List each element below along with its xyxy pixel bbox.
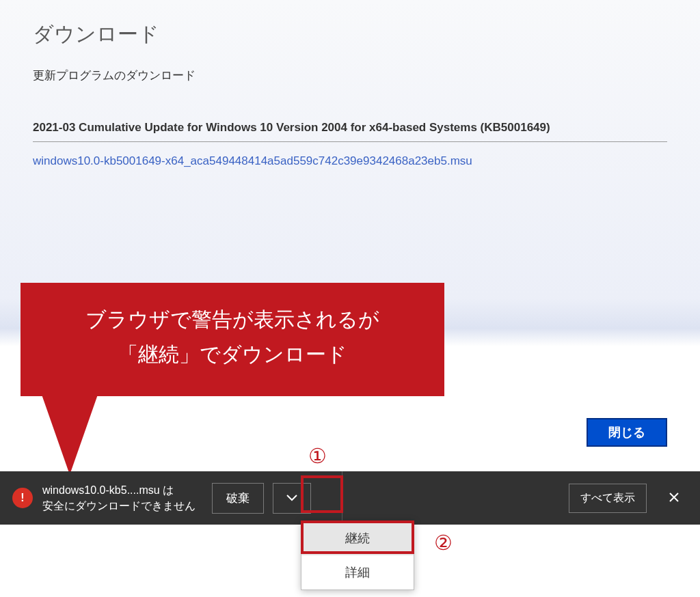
- callout-line2: 「継続」でダウンロード: [34, 337, 431, 372]
- bar-divider: [342, 471, 342, 525]
- dropdown-continue[interactable]: 継続: [301, 521, 414, 555]
- page-subtitle: 更新プログラムのダウンロード: [33, 68, 667, 83]
- callout-line1: ブラウザで警告が表示されるが: [34, 302, 431, 337]
- download-warning-bar: ! windows10.0-kb5....msu は 安全にダウンロードできませ…: [0, 471, 700, 525]
- download-link[interactable]: windows10.0-kb5001649-x64_aca549448414a5…: [33, 154, 472, 167]
- close-icon: [669, 492, 679, 503]
- callout-tail: [41, 393, 98, 475]
- page-title: ダウンロード: [33, 20, 667, 48]
- discard-button[interactable]: 破棄: [212, 483, 264, 514]
- annotation-marker-2: ②: [432, 531, 454, 553]
- annotation-marker-1: ①: [306, 445, 328, 467]
- warning-icon: !: [12, 488, 33, 508]
- options-dropdown: 継続 詳細: [301, 520, 414, 590]
- close-button[interactable]: 閉じる: [587, 418, 667, 447]
- dropdown-details[interactable]: 詳細: [301, 555, 414, 589]
- options-chevron-button[interactable]: [273, 483, 311, 514]
- chevron-down-icon: [286, 495, 297, 501]
- file-warning-text: windows10.0-kb5....msu は 安全にダウンロードできません: [42, 482, 196, 514]
- file-line1: windows10.0-kb5....msu は: [42, 482, 196, 498]
- annotation-callout: ブラウザで警告が表示されるが 「継続」でダウンロード: [21, 283, 444, 396]
- update-title: 2021-03 Cumulative Update for Windows 10…: [33, 121, 667, 142]
- file-line2: 安全にダウンロードできません: [42, 498, 196, 514]
- show-all-button[interactable]: すべて表示: [569, 484, 647, 513]
- close-bar-button[interactable]: [660, 484, 688, 512]
